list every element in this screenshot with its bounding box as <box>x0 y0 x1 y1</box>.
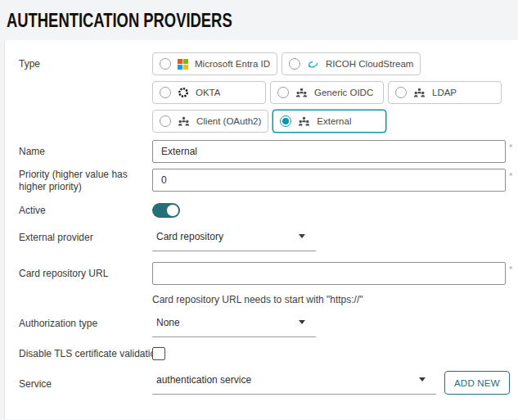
type-option-ricoh-cloudstream[interactable]: RICOH CloudStream <box>282 52 421 75</box>
name-row: Name * <box>19 140 505 163</box>
radio-icon[interactable] <box>277 87 289 98</box>
service-value: authentication service <box>156 374 251 386</box>
chevron-down-icon <box>299 320 305 324</box>
external-provider-label: External provider <box>19 231 152 244</box>
card-repository-url-input[interactable] <box>152 262 506 285</box>
priority-row: Priority (higher value has higher priori… <box>19 169 505 193</box>
users-group-icon <box>295 88 308 98</box>
cloudstream-icon <box>307 59 319 70</box>
type-option-label: Client (OAuth2) <box>196 116 261 126</box>
required-asterisk: * <box>509 262 512 274</box>
type-option-microsoft-entra-id[interactable]: Microsoft Entra ID <box>152 52 277 75</box>
users-group-icon <box>178 116 190 127</box>
add-new-button[interactable]: ADD NEW <box>444 371 510 395</box>
external-provider-row: External provider Card repository <box>19 231 505 251</box>
required-asterisk: * <box>509 140 512 152</box>
page-title: AUTHENTICATION PROVIDERS <box>0 0 518 40</box>
type-option-label: RICOH CloudStream <box>326 59 413 69</box>
radio-icon[interactable] <box>395 87 407 98</box>
radio-icon[interactable] <box>160 58 171 70</box>
type-option-label: Generic OIDC <box>314 88 373 97</box>
type-option-label: Microsoft Entra ID <box>195 59 270 69</box>
name-label: Name <box>19 140 152 158</box>
type-label: Type <box>19 52 152 70</box>
required-asterisk: * <box>509 169 512 181</box>
active-toggle[interactable] <box>152 203 180 218</box>
card-repository-url-helper-text: Card repository URL needs to start with … <box>152 294 512 305</box>
users-group-icon <box>298 116 310 127</box>
type-option-external[interactable]: External <box>273 110 386 133</box>
card-repository-url-row: Card repository URL * Card repository UR… <box>19 262 505 305</box>
radio-icon[interactable] <box>289 58 300 70</box>
auth-provider-form: Type Microsoft Entra ID <box>4 40 518 419</box>
active-label: Active <box>19 203 152 217</box>
type-option-okta[interactable]: OKTA <box>152 81 266 104</box>
chevron-down-icon <box>419 377 426 382</box>
active-row: Active <box>19 203 505 218</box>
service-row: Service authentication service ADD NEW <box>19 374 505 395</box>
disable-tls-row: Disable TLS certificate validation <box>19 347 505 360</box>
priority-label: Priority (higher value has higher priori… <box>19 169 152 193</box>
type-option-ldap[interactable]: LDAP <box>388 81 502 104</box>
card-repository-url-label: Card repository URL <box>19 262 152 280</box>
radio-icon[interactable] <box>160 87 171 98</box>
type-option-generic-oidc[interactable]: Generic OIDC <box>270 81 384 104</box>
chevron-down-icon <box>299 234 305 238</box>
okta-icon <box>178 87 189 98</box>
disable-tls-checkbox[interactable] <box>152 347 165 360</box>
authorization-type-value: None <box>156 317 180 328</box>
type-options-grid: Microsoft Entra ID RICOH CloudStream <box>152 52 505 133</box>
toggle-knob <box>167 205 178 216</box>
type-option-label: OKTA <box>196 88 220 97</box>
type-option-client-oauth2[interactable]: Client (OAuth2) <box>152 110 268 133</box>
radio-icon[interactable] <box>160 115 171 127</box>
external-provider-select[interactable]: Card repository <box>152 231 316 251</box>
service-select[interactable]: authentication service <box>152 374 436 395</box>
name-input[interactable] <box>152 140 506 163</box>
microsoft-logo-icon <box>178 59 188 70</box>
authorization-type-row: Authorization type None <box>19 317 505 337</box>
radio-icon[interactable] <box>280 115 291 127</box>
priority-input[interactable] <box>152 169 506 192</box>
authorization-type-select[interactable]: None <box>152 317 316 337</box>
disable-tls-label: Disable TLS certificate validation <box>19 347 152 360</box>
external-provider-value: Card repository <box>156 231 223 242</box>
service-label: Service <box>19 374 152 391</box>
users-group-icon <box>413 88 426 98</box>
type-option-label: LDAP <box>432 88 457 97</box>
authorization-type-label: Authorization type <box>19 317 152 330</box>
type-option-label: External <box>317 116 351 126</box>
type-row: Type Microsoft Entra ID <box>19 52 505 133</box>
